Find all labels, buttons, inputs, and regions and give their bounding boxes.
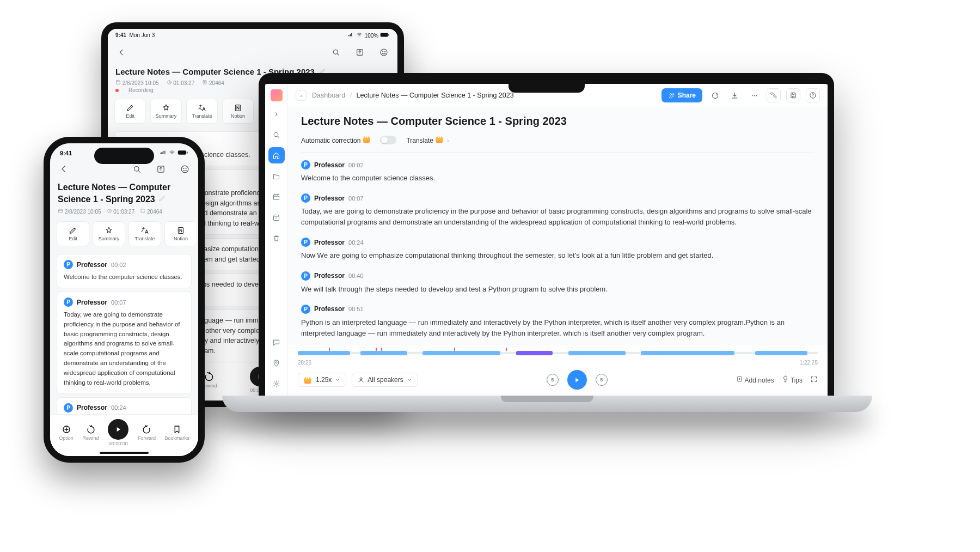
sidebar-settings-icon[interactable] bbox=[268, 375, 285, 392]
translate-option[interactable]: Translate › bbox=[406, 135, 449, 144]
share-icon[interactable] bbox=[352, 44, 368, 60]
phone-device: 9:41 Lecture Notes — Computer Science 1 … bbox=[44, 137, 205, 463]
svg-point-16 bbox=[275, 361, 277, 363]
svg-rect-34 bbox=[59, 209, 63, 213]
svg-point-13 bbox=[274, 132, 278, 137]
svg-rect-28 bbox=[187, 151, 188, 153]
premium-icon bbox=[363, 135, 370, 143]
more-icon[interactable] bbox=[747, 88, 761, 102]
bookmarks-button[interactable]: Bookmarks bbox=[165, 424, 189, 441]
expand-icon[interactable] bbox=[810, 375, 818, 385]
option-button[interactable]: Option bbox=[59, 424, 74, 441]
edit-tool[interactable]: Edit bbox=[114, 99, 146, 124]
page-title: Lecture Notes — Computer Science 1 - Spr… bbox=[50, 180, 198, 206]
svg-point-6 bbox=[385, 51, 385, 52]
save-icon[interactable] bbox=[786, 88, 800, 102]
auto-correct-option[interactable]: Automatic correction bbox=[301, 135, 370, 144]
help-icon[interactable] bbox=[806, 88, 820, 102]
transcript-block: PProfessor00:51 Python is an interpreted… bbox=[301, 305, 814, 339]
translate-tool[interactable]: Translate bbox=[128, 221, 161, 246]
play-button[interactable] bbox=[567, 370, 587, 390]
svg-rect-14 bbox=[274, 195, 279, 199]
svg-rect-1 bbox=[388, 34, 389, 36]
refresh-icon[interactable] bbox=[708, 88, 722, 102]
svg-rect-9 bbox=[203, 81, 206, 84]
svg-rect-7 bbox=[117, 81, 120, 84]
breadcrumb-root[interactable]: Dashboard bbox=[312, 92, 345, 99]
tools-icon[interactable] bbox=[767, 88, 781, 102]
sidebar-chat-icon[interactable] bbox=[268, 334, 285, 350]
svg-point-17 bbox=[275, 383, 278, 385]
svg-rect-0 bbox=[381, 33, 388, 37]
transcript-block: PProfessor00:07 Today, we are going to d… bbox=[57, 292, 192, 394]
sidebar-calendar-icon[interactable] bbox=[268, 189, 285, 205]
sidebar: › bbox=[265, 84, 288, 397]
share-icon[interactable] bbox=[152, 161, 169, 177]
speaker-filter[interactable]: All speakers bbox=[352, 373, 418, 387]
rewind-button[interactable]: Rewind bbox=[83, 424, 99, 441]
summary-tool[interactable]: Summary bbox=[150, 99, 182, 124]
svg-point-5 bbox=[383, 51, 383, 52]
app-logo-icon[interactable] bbox=[271, 89, 283, 101]
breadcrumb-back-icon[interactable]: › bbox=[296, 90, 307, 101]
skip-forward-button[interactable]: 5 bbox=[596, 374, 608, 386]
sidebar-home-icon[interactable] bbox=[268, 147, 285, 163]
wifi-battery-icon: 100% bbox=[347, 32, 390, 39]
meta-row: 2/8/2023 10:05 01:03:27 20464 bbox=[50, 206, 198, 217]
phone-notch bbox=[94, 148, 154, 164]
total-time: 1:22:25 bbox=[800, 360, 818, 366]
skip-back-button[interactable]: 5 bbox=[547, 374, 559, 386]
notion-tool[interactable]: Notion bbox=[164, 221, 197, 246]
download-icon[interactable] bbox=[727, 88, 742, 102]
player-footer: 28:261:22:25 1.25x All speakers 5 5 Add … bbox=[288, 344, 828, 397]
svg-point-22 bbox=[756, 95, 757, 96]
svg-point-20 bbox=[751, 95, 752, 96]
svg-point-32 bbox=[183, 168, 183, 168]
playhead-time: 28:26 bbox=[298, 360, 311, 366]
svg-point-29 bbox=[134, 166, 139, 171]
notion-tool[interactable]: Notion bbox=[222, 99, 254, 124]
svg-rect-27 bbox=[178, 150, 186, 155]
sidebar-trash-icon[interactable] bbox=[268, 230, 285, 246]
face-icon[interactable] bbox=[176, 161, 193, 177]
svg-point-18 bbox=[670, 93, 671, 95]
search-icon[interactable] bbox=[328, 44, 344, 60]
edit-tool[interactable]: Edit bbox=[57, 221, 89, 246]
tips-button[interactable]: Tips bbox=[782, 375, 803, 384]
back-icon[interactable] bbox=[113, 44, 130, 60]
transcript-block: PProfessor00:02 Welcome to the computer … bbox=[301, 160, 814, 184]
svg-point-19 bbox=[672, 93, 673, 95]
share-button[interactable]: Share bbox=[661, 88, 702, 102]
svg-point-21 bbox=[754, 95, 755, 96]
svg-point-25 bbox=[360, 378, 362, 380]
sidebar-location-icon[interactable] bbox=[268, 355, 285, 371]
tablet-status-bar: 9:41 Mon Jun 3 100% bbox=[108, 29, 397, 42]
laptop-notch bbox=[509, 84, 585, 93]
svg-point-4 bbox=[381, 49, 387, 56]
back-icon[interactable] bbox=[56, 161, 72, 177]
translate-tool[interactable]: Translate bbox=[186, 99, 218, 124]
tool-row: Edit Summary Translate Notion bbox=[50, 217, 198, 251]
waveform[interactable] bbox=[298, 349, 818, 357]
summary-tool[interactable]: Summary bbox=[93, 221, 125, 246]
home-indicator bbox=[100, 452, 149, 454]
breadcrumb-current: Lecture Notes — Computer Science 1 - Spr… bbox=[357, 92, 514, 99]
forward-button[interactable]: Forward bbox=[138, 424, 156, 441]
speed-selector[interactable]: 1.25x bbox=[298, 373, 346, 387]
page-title: Lecture Notes — Computer Science 1 - Spr… bbox=[301, 115, 814, 128]
sidebar-folder-icon[interactable] bbox=[268, 168, 285, 184]
face-icon[interactable] bbox=[376, 44, 392, 60]
svg-point-33 bbox=[186, 168, 186, 168]
auto-correct-toggle[interactable] bbox=[380, 136, 396, 144]
add-notes-button[interactable]: Add notes bbox=[736, 375, 774, 384]
svg-point-2 bbox=[333, 50, 338, 54]
svg-rect-15 bbox=[274, 216, 279, 221]
transcript-block: PProfessor00:02 Welcome to the computer … bbox=[57, 254, 192, 288]
sidebar-search-icon[interactable] bbox=[268, 126, 285, 143]
play-button[interactable]: 00:00:00 bbox=[108, 419, 128, 446]
sidebar-archive-icon[interactable] bbox=[268, 209, 285, 226]
sidebar-collapse-icon[interactable]: › bbox=[268, 106, 285, 122]
signal-icon bbox=[159, 150, 188, 156]
laptop-device: › › Dashboard / Lecture Notes — Computer… bbox=[259, 73, 834, 404]
svg-point-31 bbox=[181, 166, 188, 173]
